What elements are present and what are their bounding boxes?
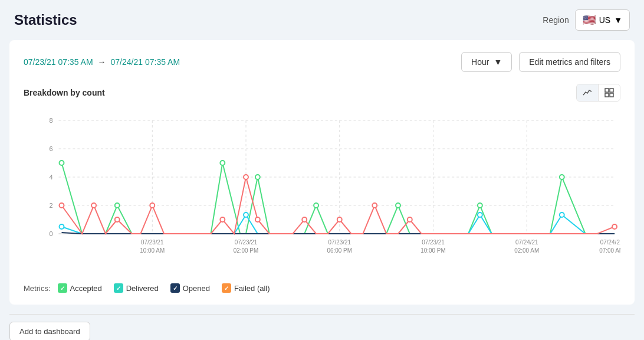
- chart-header: Breakdown by count: [24, 84, 620, 102]
- header: Statistics Region 🇺🇸 US ▼: [0, 0, 644, 40]
- svg-point-33: [91, 203, 96, 208]
- svg-point-23: [255, 175, 260, 179]
- svg-rect-0: [605, 89, 609, 92]
- svg-point-26: [478, 203, 482, 208]
- metric-delivered: ✓ Delivered: [114, 283, 159, 293]
- metric-opened: ✓ Opened: [170, 283, 210, 293]
- delivered-label: Delivered: [126, 284, 159, 293]
- svg-point-28: [60, 224, 64, 229]
- metrics-label: Metrics:: [24, 284, 51, 293]
- accepted-check: ✓: [58, 283, 67, 293]
- chart-container: 8 6 4 2 0: [24, 109, 620, 274]
- svg-point-27: [560, 175, 564, 179]
- main-content: 07/23/21 07:35 AM → 07/24/21 07:35 AM Ho…: [9, 40, 635, 305]
- svg-rect-2: [605, 93, 609, 97]
- chart-section: Breakdown by count: [24, 84, 620, 293]
- date-start-link[interactable]: 07/23/21 07:35 AM: [24, 57, 93, 67]
- svg-text:07/24/21: 07/24/21: [515, 239, 538, 246]
- line-chart-toggle[interactable]: [577, 84, 598, 101]
- metrics-legend: Metrics: ✓ Accepted ✓ Delivered ✓: [24, 283, 620, 293]
- svg-point-30: [478, 212, 482, 217]
- svg-point-25: [396, 203, 400, 208]
- svg-point-39: [302, 217, 307, 222]
- interval-label: Hour: [471, 57, 489, 67]
- chart-view-toggles: [576, 84, 620, 102]
- line-chart-icon: [583, 88, 592, 97]
- svg-text:6: 6: [50, 145, 53, 152]
- svg-text:07/24/21: 07/24/21: [600, 239, 620, 246]
- svg-point-32: [60, 203, 64, 208]
- opened-label: Opened: [183, 284, 210, 293]
- bottom-bar: Add to dashboard: [9, 314, 635, 340]
- page-title: Statistics: [14, 12, 77, 28]
- region-value: US: [599, 15, 610, 25]
- toolbar: 07/23/21 07:35 AM → 07/24/21 07:35 AM Ho…: [24, 52, 620, 72]
- svg-rect-3: [610, 93, 613, 97]
- add-to-dashboard-button[interactable]: Add to dashboard: [9, 322, 90, 340]
- svg-text:2: 2: [50, 202, 53, 209]
- interval-button[interactable]: Hour ▼: [461, 52, 512, 72]
- edit-metrics-button[interactable]: Edit metrics and filters: [519, 52, 620, 72]
- svg-text:06:00 PM: 06:00 PM: [327, 247, 352, 254]
- svg-point-41: [372, 203, 377, 208]
- interval-dropdown-icon: ▼: [494, 57, 502, 67]
- svg-point-37: [244, 175, 248, 179]
- svg-text:4: 4: [50, 174, 53, 181]
- svg-point-38: [255, 217, 260, 222]
- region-label: Region: [543, 15, 569, 25]
- dropdown-arrow-icon: ▼: [614, 15, 622, 25]
- chart-svg: 8 6 4 2 0: [24, 109, 620, 274]
- grid-chart-toggle[interactable]: [598, 84, 620, 101]
- svg-rect-1: [610, 89, 613, 92]
- metric-accepted: ✓ Accepted: [58, 283, 102, 293]
- svg-point-29: [244, 212, 248, 217]
- grid-icon: [604, 88, 614, 97]
- svg-text:07/23/21: 07/23/21: [422, 239, 445, 246]
- us-flag-icon: 🇺🇸: [583, 14, 596, 27]
- svg-point-20: [60, 161, 64, 165]
- svg-text:10:00 AM: 10:00 AM: [140, 247, 165, 254]
- svg-text:07/23/21: 07/23/21: [328, 239, 351, 246]
- svg-text:07/23/21: 07/23/21: [235, 239, 258, 246]
- svg-text:02:00 PM: 02:00 PM: [234, 247, 258, 254]
- svg-point-35: [150, 203, 155, 208]
- svg-text:07/23/21: 07/23/21: [141, 239, 164, 246]
- toolbar-right: Hour ▼ Edit metrics and filters: [461, 52, 620, 72]
- svg-point-40: [337, 217, 342, 222]
- failed-check: ✓: [222, 283, 231, 293]
- opened-check: ✓: [170, 283, 180, 293]
- date-arrow-icon: →: [98, 57, 106, 67]
- delivered-check: ✓: [114, 283, 123, 293]
- svg-point-36: [220, 217, 225, 222]
- svg-text:8: 8: [50, 117, 53, 124]
- failed-label: Failed (all): [234, 284, 270, 293]
- svg-point-31: [560, 212, 564, 217]
- metric-failed: ✓ Failed (all): [222, 283, 270, 293]
- svg-text:10:00 PM: 10:00 PM: [420, 247, 445, 254]
- date-end-link[interactable]: 07/24/21 07:35 AM: [111, 57, 180, 67]
- svg-point-22: [220, 161, 225, 165]
- svg-point-42: [408, 217, 412, 222]
- svg-text:07:00 AM: 07:00 AM: [599, 247, 620, 254]
- svg-text:0: 0: [50, 230, 53, 237]
- svg-point-24: [314, 203, 318, 208]
- svg-point-21: [115, 203, 120, 208]
- chart-title: Breakdown by count: [24, 88, 105, 97]
- region-button[interactable]: 🇺🇸 US ▼: [575, 9, 630, 31]
- accepted-label: Accepted: [70, 284, 102, 293]
- page: Statistics Region 🇺🇸 US ▼ 07/23/21 07:35…: [0, 0, 644, 340]
- svg-point-43: [612, 224, 617, 229]
- svg-text:02:00 AM: 02:00 AM: [514, 247, 539, 254]
- region-selector: Region 🇺🇸 US ▼: [543, 9, 630, 31]
- date-range: 07/23/21 07:35 AM → 07/24/21 07:35 AM: [24, 57, 180, 67]
- svg-point-34: [115, 217, 120, 222]
